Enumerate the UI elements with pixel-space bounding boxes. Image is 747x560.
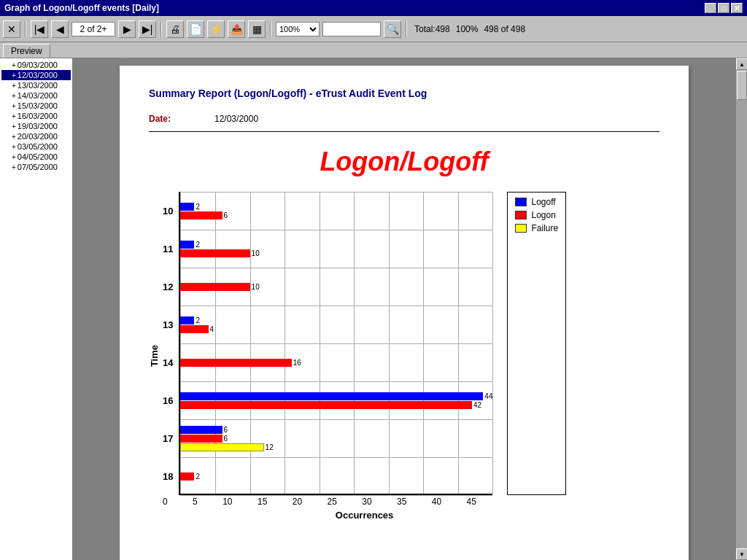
- bar-label-failure-17: 12: [266, 443, 274, 451]
- bar-logoff-10: 2: [180, 203, 492, 211]
- legend-label-failure: Failure: [531, 223, 558, 233]
- date-value: 12/03/2000: [214, 114, 258, 124]
- legend-item-logon: Logon: [515, 210, 558, 220]
- bar-logon-13: 4: [180, 325, 492, 333]
- x-tick-20: 20: [293, 497, 302, 507]
- bar-label-logoff-11: 2: [196, 241, 200, 249]
- zoom-select[interactable]: 100% 75% 50% 150%: [276, 22, 320, 36]
- scrollbar: ▲ ▼: [735, 58, 747, 560]
- bar-fill-logoff-16: [180, 392, 483, 400]
- bar-label-logon-10: 6: [224, 211, 228, 219]
- sidebar-item-4[interactable]: +15/03/2000: [1, 101, 71, 111]
- toolbar: ✕ |◀ ◀ 2 of 2+ ▶ ▶| 🖨 📄 ⚡ 📤 ▦ 100% 75% 5…: [0, 16, 747, 42]
- sidebar-item-7[interactable]: +20/03/2000: [1, 131, 71, 141]
- x-axis-label: Occurrences: [163, 510, 566, 521]
- bar-logoff-13: 2: [180, 316, 492, 324]
- x-tick-30: 30: [362, 497, 371, 507]
- bar-row-11: 210: [180, 230, 492, 268]
- separator-3: [270, 21, 271, 37]
- separator-1: [25, 21, 26, 37]
- close-button[interactable]: ✕: [731, 3, 743, 13]
- close-doc-button[interactable]: ✕: [3, 20, 20, 38]
- separator-2: [160, 21, 162, 37]
- sidebar-item-6[interactable]: +19/03/2000: [1, 121, 71, 131]
- bar-row-16: 4442: [180, 381, 492, 419]
- legend: Logoff Logon Failure: [507, 192, 566, 495]
- bar-fill-logon-10: [180, 211, 222, 219]
- maximize-button[interactable]: □: [718, 3, 729, 13]
- sidebar-item-1[interactable]: +12/03/2000: [1, 70, 71, 80]
- bar-row-17: 6612: [180, 419, 492, 457]
- bar-fill-logon-12: [180, 283, 249, 291]
- scroll-down-button[interactable]: ▼: [736, 548, 747, 560]
- logon-color: [515, 211, 527, 219]
- bar-fill-logoff-11: [180, 241, 194, 249]
- bar-label-logon-12: 10: [252, 283, 260, 291]
- scroll-track: [736, 70, 747, 548]
- scroll-up-button[interactable]: ▲: [736, 58, 747, 70]
- report-date-row: Date: 12/03/2000: [149, 114, 659, 132]
- last-page-button[interactable]: ▶|: [139, 20, 156, 38]
- bar-logoff-17: 6: [180, 426, 492, 434]
- chart-container: Time 1011121314161718 262101024164442661…: [149, 192, 659, 521]
- sidebar-item-10[interactable]: +07/05/2000: [1, 162, 71, 172]
- percent-label: 100%: [456, 24, 479, 34]
- x-tick-5: 5: [193, 497, 198, 507]
- first-page-button[interactable]: |◀: [31, 20, 48, 38]
- sidebar-item-8[interactable]: +03/05/2000: [1, 141, 71, 152]
- record-display: 498 of 498: [484, 24, 525, 34]
- sidebar: +09/03/2000 +12/03/2000 +13/03/2000 +14/…: [0, 58, 73, 560]
- legend-label-logoff: Logoff: [531, 197, 555, 207]
- refresh-button[interactable]: ⚡: [207, 20, 225, 38]
- find-button[interactable]: 🔍: [384, 20, 401, 38]
- h-grid-line-8: [180, 495, 492, 496]
- y-label-13: 13: [163, 306, 176, 343]
- y-labels: 1011121314161718: [163, 192, 176, 495]
- chart-title: Logon/Logoff: [149, 147, 659, 177]
- bar-fill-logon-16: [180, 401, 471, 409]
- y-label-12: 12: [163, 268, 176, 306]
- bar-failure-17: 12: [180, 443, 492, 451]
- x-tick-35: 35: [397, 497, 406, 507]
- date-label: Date:: [149, 114, 171, 124]
- sidebar-item-9[interactable]: +04/05/2000: [1, 152, 71, 162]
- bar-label-logon-14: 16: [293, 359, 301, 367]
- bar-label-logoff-16: 44: [484, 392, 492, 400]
- bar-logoff-11: 2: [180, 241, 492, 249]
- x-tick-45: 45: [467, 497, 476, 507]
- bar-fill-logon-14: [180, 359, 291, 367]
- y-label-17: 17: [163, 419, 176, 457]
- chart-area: 1011121314161718 26210102416444266122 Lo…: [163, 192, 566, 521]
- legend-item-logoff: Logoff: [515, 197, 558, 207]
- layout-button[interactable]: ▦: [248, 20, 266, 38]
- sidebar-item-5[interactable]: +16/03/2000: [1, 111, 71, 121]
- content-area: Summary Report (Logon/Logoff) - eTrust A…: [73, 58, 735, 560]
- x-axis: 0 5 10 15 20 25 30 35 40 45: [163, 495, 476, 507]
- print-options-button[interactable]: 📄: [187, 20, 204, 38]
- bar-logon-17: 6: [180, 435, 492, 443]
- sidebar-item-3[interactable]: +14/03/2000: [1, 90, 71, 101]
- y-label-14: 14: [163, 343, 176, 381]
- y-label-10: 10: [163, 192, 176, 230]
- logoff-color: [515, 198, 527, 206]
- bar-fill-logon-13: [180, 325, 208, 333]
- print-button[interactable]: 🖨: [166, 20, 184, 38]
- bar-fill-logoff-10: [180, 203, 194, 211]
- next-page-button[interactable]: ▶: [118, 20, 136, 38]
- prev-page-button[interactable]: ◀: [51, 20, 69, 38]
- page-input[interactable]: 2 of 2+: [71, 22, 115, 36]
- minimize-button[interactable]: _: [705, 3, 716, 13]
- legend-label-logon: Logon: [531, 210, 555, 220]
- separator-4: [406, 21, 407, 37]
- bar-row-14: 16: [180, 343, 492, 381]
- preview-tab[interactable]: Preview: [3, 44, 50, 58]
- grid-line-9: [492, 192, 493, 494]
- bar-label-logoff-13: 2: [196, 316, 200, 324]
- bar-row-12: 10: [180, 268, 492, 306]
- sidebar-item-2[interactable]: +13/03/2000: [1, 80, 71, 90]
- sidebar-item-0[interactable]: +09/03/2000: [1, 60, 71, 70]
- y-label-11: 11: [163, 230, 176, 268]
- export-button[interactable]: 📤: [228, 20, 245, 38]
- scroll-thumb[interactable]: [737, 71, 747, 100]
- find-input[interactable]: [322, 22, 381, 36]
